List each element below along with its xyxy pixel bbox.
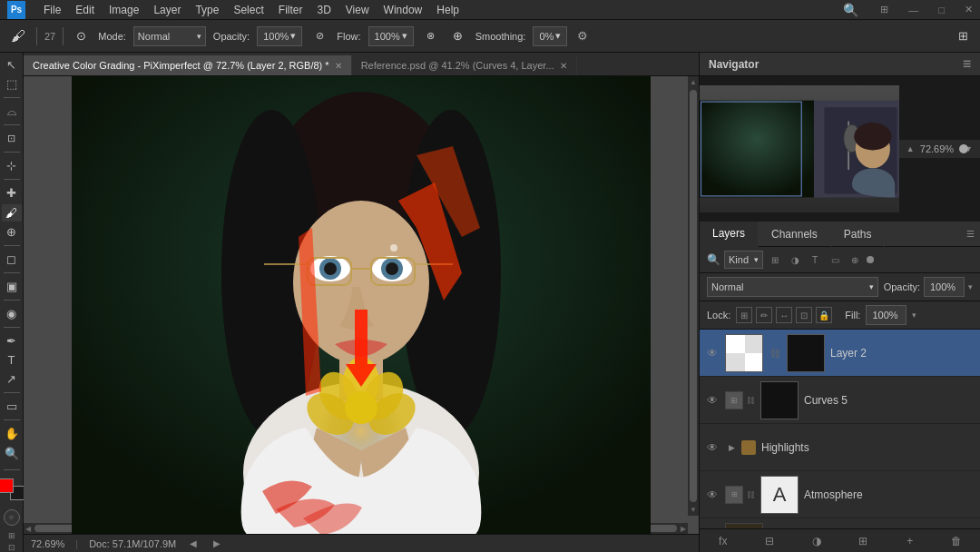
lock-all-icon[interactable]: 🔒	[816, 307, 832, 323]
menu-filter[interactable]: Filter	[279, 4, 303, 16]
vertical-scrollbar[interactable]: ▲ ▼	[688, 76, 699, 516]
tab-layers[interactable]: Layers	[700, 222, 759, 247]
tab-paths[interactable]: Paths	[831, 222, 886, 247]
airbrush-icon[interactable]: ⊕	[448, 26, 468, 46]
layer-visibility-highlights[interactable]: 👁	[705, 440, 720, 455]
filter-shape-icon[interactable]: ▭	[827, 251, 843, 268]
scroll-thumb-vertical[interactable]	[690, 90, 697, 502]
zoom-out-icon[interactable]: ▲	[906, 144, 915, 153]
scroll-right-icon[interactable]: ▶	[679, 525, 688, 533]
flow-pressure-icon[interactable]: ⊗	[421, 26, 441, 46]
layer-item-layer2[interactable]: 👁 ⛓ Layer 2	[700, 330, 980, 377]
opacity-pressure-icon[interactable]: ⊘	[309, 26, 329, 46]
layer-visibility-curves5[interactable]: 👁	[705, 393, 720, 408]
tool-brush[interactable]: 🖌	[2, 204, 22, 222]
screen-mode-icon2[interactable]: ⊡	[8, 543, 15, 552]
menu-help[interactable]: Help	[436, 4, 459, 16]
filter-smart-icon[interactable]: ⊕	[847, 251, 863, 268]
tool-lasso[interactable]: ⌓	[2, 103, 22, 120]
arrange-icon[interactable]: ⊞	[880, 4, 888, 15]
tool-healing[interactable]: ✚	[2, 184, 22, 202]
menu-edit[interactable]: Edit	[75, 4, 94, 16]
tab-active[interactable]: Creative Color Grading - PiXimperfect @ …	[24, 55, 352, 75]
scroll-left-status[interactable]: ◀	[187, 537, 200, 550]
tool-gradient[interactable]: ▣	[2, 278, 22, 295]
add-mask-icon[interactable]: ⊟	[760, 532, 779, 550]
tool-hand[interactable]: ✋	[2, 425, 22, 442]
fill-value[interactable]: 100%	[866, 305, 906, 325]
tool-type[interactable]: T	[2, 351, 22, 369]
extras-icon[interactable]: ⊞	[953, 26, 973, 46]
tool-path-select[interactable]: ↗	[2, 370, 22, 388]
scroll-up-icon[interactable]: ▲	[688, 76, 699, 88]
smoothing-value[interactable]: 0%▾	[533, 26, 567, 46]
tool-move[interactable]: ↖	[2, 56, 22, 74]
tool-shape[interactable]: ▭	[2, 398, 22, 415]
tool-pen[interactable]: ✒	[2, 332, 22, 350]
lock-artboard-icon[interactable]: ⊡	[796, 307, 812, 323]
new-layer-icon[interactable]: +	[901, 532, 919, 550]
search-icon[interactable]: 🔍	[843, 3, 858, 17]
tool-eyedropper[interactable]: ⊹	[2, 157, 22, 174]
quick-mask-icon[interactable]: ○	[4, 509, 20, 526]
tool-blur[interactable]: ◉	[2, 305, 22, 322]
group-expand-icon[interactable]: ▶	[729, 443, 736, 452]
smoothing-options-icon[interactable]: ⚙	[574, 28, 591, 44]
filter-kind-dropdown[interactable]: Kind ▾	[724, 251, 763, 269]
tool-selection[interactable]: ⬚	[2, 75, 22, 93]
scroll-right-status[interactable]: ▶	[211, 537, 223, 550]
tool-crop[interactable]: ⊡	[2, 130, 22, 147]
layer-item-curves5[interactable]: 👁 ⊞ ⛓ Curves 5	[700, 377, 980, 424]
foreground-color-swatch[interactable]	[0, 478, 14, 493]
menu-view[interactable]: View	[346, 4, 369, 16]
scroll-left-icon[interactable]: ◀	[24, 525, 33, 533]
menu-3d[interactable]: 3D	[317, 4, 330, 16]
delete-layer-icon[interactable]: 🗑	[947, 532, 965, 550]
menu-file[interactable]: File	[44, 4, 61, 16]
tab-active-close[interactable]: ✕	[335, 61, 342, 71]
tab-reference[interactable]: Reference.psd @ 41.2% (Curves 4, Layer..…	[352, 55, 577, 75]
menu-type[interactable]: Type	[195, 4, 219, 16]
layer-visibility-atmosphere[interactable]: 👁	[705, 488, 720, 502]
tool-eraser[interactable]: ◻	[2, 251, 22, 268]
flow-label: Flow:	[337, 31, 360, 42]
filter-pixel-icon[interactable]: ⊞	[767, 251, 783, 268]
lock-position-icon[interactable]: ↔	[776, 307, 792, 323]
layer-item-extra[interactable]: 👁 ...	[700, 518, 980, 528]
blend-mode-dropdown[interactable]: Normal	[707, 277, 878, 297]
add-fx-icon[interactable]: fx	[714, 532, 732, 550]
brush-preset-icon[interactable]: ⊙	[71, 26, 91, 46]
filter-adjustment-icon[interactable]: ◑	[787, 251, 803, 268]
tab-reference-close[interactable]: ✕	[560, 61, 567, 71]
menu-image[interactable]: Image	[109, 4, 139, 16]
navigator-menu-icon[interactable]: ☰	[963, 59, 971, 69]
opacity-value[interactable]: 100%	[924, 277, 965, 297]
canvas-viewport[interactable]: ▲ ▼ ◀ ▶	[24, 76, 699, 534]
maximize-icon[interactable]: □	[938, 5, 945, 15]
layer-item-highlights[interactable]: 👁 ▶ Highlights	[700, 424, 980, 471]
layer-visibility-layer2[interactable]: 👁	[705, 346, 720, 360]
scroll-down-icon[interactable]: ▼	[688, 504, 699, 516]
menu-layer[interactable]: Layer	[153, 4, 181, 16]
group-layer-icon[interactable]: ⊞	[854, 532, 872, 550]
opacity-value[interactable]: 100%▾	[257, 26, 302, 46]
menu-select[interactable]: Select	[233, 4, 263, 16]
lock-pixels-icon[interactable]: ✏	[756, 307, 772, 323]
menu-window[interactable]: Window	[384, 4, 423, 16]
screen-mode-icon[interactable]: ⊞	[8, 531, 15, 540]
close-icon[interactable]: ✕	[965, 4, 973, 15]
flow-value[interactable]: 100%▾	[368, 26, 414, 46]
brush-size-value[interactable]: 27	[44, 31, 55, 42]
mode-dropdown[interactable]: Normal	[133, 26, 206, 46]
layer-item-atmosphere[interactable]: 👁 ⊞ ⛓ A Atmosphere	[700, 471, 980, 518]
minimize-icon[interactable]: —	[908, 5, 918, 15]
lock-transparent-icon[interactable]: ⊞	[736, 307, 752, 323]
tool-clone[interactable]: ⊕	[2, 223, 22, 241]
panel-menu-icon[interactable]: ☰	[961, 229, 980, 239]
opacity-chevron[interactable]: ▾	[968, 282, 973, 291]
tool-zoom[interactable]: 🔍	[2, 445, 22, 462]
filter-type-icon[interactable]: T	[807, 251, 823, 268]
tab-channels[interactable]: Channels	[759, 222, 831, 247]
adjustment-layer-icon[interactable]: ◑	[808, 532, 826, 550]
fill-chevron[interactable]: ▾	[912, 310, 916, 320]
